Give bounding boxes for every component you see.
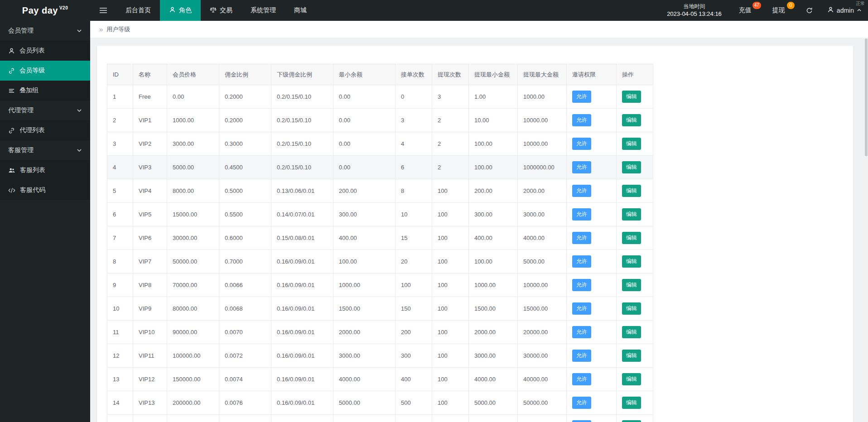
table-row: 1Free0.000.20000.2/0.15/0.100.00031.0010… [107, 85, 653, 109]
allow-button[interactable]: 允许 [572, 420, 591, 422]
allow-button[interactable]: 允许 [572, 279, 591, 291]
table-cell: 10000.00 [469, 415, 518, 422]
action-cell: 编辑 [617, 391, 653, 415]
sidebar-item[interactable]: 会员列表 [0, 41, 90, 61]
table-cell: VIP14 [133, 415, 167, 422]
table-cell: 100 [432, 297, 469, 321]
table-cell: 1.00 [469, 85, 518, 109]
table-row: 15VIP14300000.000.00780.16/0.09/0.011000… [107, 415, 653, 422]
table-cell: 8000.00 [167, 179, 219, 203]
table-cell: 40000.00 [518, 368, 567, 391]
sidebar-item[interactable]: 客服列表 [0, 160, 90, 180]
sidebar-item[interactable]: 会员管理 [0, 21, 90, 41]
scrollbar-thumb[interactable] [865, 38, 868, 156]
menu-toggle-icon[interactable] [90, 0, 116, 21]
edit-button[interactable]: 编辑 [622, 420, 641, 422]
edit-button[interactable]: 编辑 [622, 255, 641, 268]
allow-button[interactable]: 允许 [572, 350, 591, 362]
table-cell: 1500.00 [469, 297, 518, 321]
edit-button[interactable]: 编辑 [622, 208, 641, 221]
allow-button[interactable]: 允许 [572, 185, 591, 197]
table-cell: 100 [395, 273, 432, 297]
table-cell: 400.00 [333, 226, 395, 250]
table-cell: 100000.00 [167, 344, 219, 368]
action-cell: 编辑 [617, 226, 653, 250]
invite-permission-cell: 允许 [567, 109, 617, 132]
refresh-icon[interactable] [806, 7, 813, 14]
sidebar-item[interactable]: 代理列表 [0, 120, 90, 140]
table-cell: 0.2000 [219, 85, 271, 109]
sidebar-item[interactable]: 代理管理 [0, 101, 90, 120]
table-cell: 0.14/0.07/0.01 [271, 203, 333, 226]
table-cell: 0.2000 [219, 109, 271, 132]
allow-button[interactable]: 允许 [572, 161, 591, 173]
table-cell: 100.00 [469, 156, 518, 179]
edit-button[interactable]: 编辑 [622, 91, 641, 103]
nav-item[interactable]: 交易 [201, 0, 241, 21]
table-cell: 30000.00 [167, 226, 219, 250]
allow-button[interactable]: 允许 [572, 91, 591, 103]
table-cell: 5000.00 [167, 156, 219, 179]
table-cell: VIP1 [133, 109, 167, 132]
edit-button[interactable]: 编辑 [622, 232, 641, 244]
column-header: 操作 [617, 64, 653, 85]
allow-button[interactable]: 允许 [572, 138, 591, 150]
table-cell: 1000.00 [469, 273, 518, 297]
edit-button[interactable]: 编辑 [622, 185, 641, 197]
table-cell: 0.16/0.09/0.01 [271, 368, 333, 391]
nav-item[interactable]: 商城 [285, 0, 316, 21]
nav-item-label: 交易 [220, 6, 232, 14]
layers-icon [8, 87, 15, 94]
edit-button[interactable]: 编辑 [622, 350, 641, 362]
allow-button[interactable]: 允许 [572, 373, 591, 385]
allow-button[interactable]: 允许 [572, 208, 591, 221]
table-row: 7VIP630000.000.60000.15/0.08/0.01400.001… [107, 226, 653, 250]
edit-button[interactable]: 编辑 [622, 302, 641, 315]
edit-button[interactable]: 编辑 [622, 138, 641, 150]
column-header: 名称 [133, 64, 167, 85]
table-cell: 13 [107, 368, 133, 391]
withdraw-button[interactable]: 提现 0 [772, 6, 785, 14]
sidebar-item[interactable]: 叠加组 [0, 81, 90, 101]
allow-button[interactable]: 允许 [572, 232, 591, 244]
edit-button[interactable]: 编辑 [622, 161, 641, 173]
sidebar-item[interactable]: 会员等级 [0, 61, 90, 81]
allow-button[interactable]: 允许 [572, 302, 591, 315]
admin-menu[interactable]: admin [825, 6, 868, 14]
nav-item[interactable]: 角色 [160, 0, 201, 21]
table-cell: 100.00 [333, 250, 395, 273]
nav-item[interactable]: 系统管理 [241, 0, 285, 21]
table-cell: 100 [432, 226, 469, 250]
table-cell: 0.15/0.08/0.01 [271, 226, 333, 250]
vertical-scrollbar[interactable] [864, 38, 868, 422]
table-cell: Free [133, 85, 167, 109]
table-cell: 0.13/0.06/0.01 [271, 179, 333, 203]
user-icon [827, 6, 834, 14]
table-cell: 15 [107, 415, 133, 422]
table-cell: 4000.00 [469, 368, 518, 391]
nav-item[interactable]: 后台首页 [116, 0, 160, 21]
action-cell: 编辑 [617, 85, 653, 109]
edit-button[interactable]: 编辑 [622, 397, 641, 409]
allow-button[interactable]: 允许 [572, 255, 591, 268]
edit-button[interactable]: 编辑 [622, 279, 641, 291]
recharge-button[interactable]: 充值 47 [739, 6, 752, 14]
scale-icon [210, 6, 217, 14]
table-cell: 1 [107, 85, 133, 109]
action-cell: 编辑 [617, 109, 653, 132]
allow-button[interactable]: 允许 [572, 397, 591, 409]
table-cell: 1500.00 [333, 297, 395, 321]
allow-button[interactable]: 允许 [572, 114, 591, 126]
table-row: 5VIP48000.000.50000.13/0.06/0.01200.0081… [107, 179, 653, 203]
allow-button[interactable]: 允许 [572, 326, 591, 338]
table-cell: 100.00 [469, 250, 518, 273]
topbar-right: 当地时间 2023-04-05 13:24:16 充值 47 提现 0 admi… [667, 0, 868, 21]
sidebar-menu: 会员管理会员列表会员等级叠加组代理管理代理列表客服管理客服列表客服代码 [0, 21, 90, 200]
table-cell: 200.00 [333, 179, 395, 203]
sidebar-item[interactable]: 客服管理 [0, 140, 90, 160]
table-cell: 100.00 [469, 132, 518, 156]
edit-button[interactable]: 编辑 [622, 114, 641, 126]
sidebar-item[interactable]: 客服代码 [0, 180, 90, 200]
edit-button[interactable]: 编辑 [622, 373, 641, 385]
edit-button[interactable]: 编辑 [622, 326, 641, 338]
